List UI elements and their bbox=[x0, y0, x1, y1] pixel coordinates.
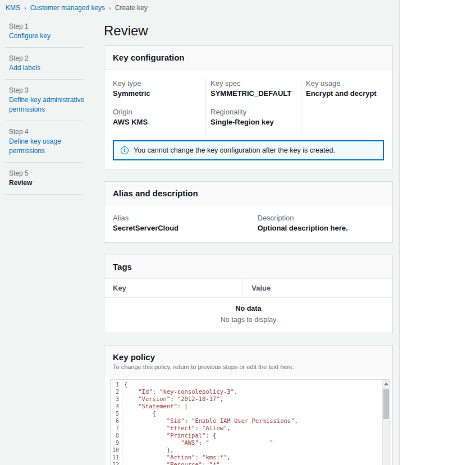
sidebar-item-step1: Step 1 Configure key bbox=[4, 22, 100, 41]
field-origin: Origin AWS KMS bbox=[113, 107, 200, 127]
tags-header: Tags bbox=[104, 255, 392, 279]
field-label: Key usage bbox=[306, 79, 387, 89]
field-description: Description Optional description here. bbox=[249, 213, 393, 234]
field-value: SecretServerCloud bbox=[113, 223, 243, 233]
info-alert: i You cannot change the key configuratio… bbox=[113, 140, 384, 160]
field-label: Description bbox=[258, 213, 387, 223]
key-policy-title: Key policy bbox=[113, 352, 384, 362]
tags-empty-state: No data No tags to display bbox=[104, 298, 392, 333]
breadcrumb-separator-icon: › bbox=[24, 4, 26, 11]
main-content: Review Key configuration Key type Symmet… bbox=[104, 15, 393, 465]
scrollbar-thumb[interactable] bbox=[383, 389, 389, 419]
field-key-usage: Key usage Encrypt and decrypt bbox=[306, 79, 387, 99]
kms-console-app: KMS › Customer managed keys › Create key… bbox=[0, 0, 400, 465]
key-configuration-title: Key configuration bbox=[113, 53, 384, 62]
field-label: Alias bbox=[113, 213, 243, 223]
code-line: 11 "Action": "kms:*", bbox=[111, 454, 382, 461]
code-line: 6 "Sid": "Enable IAM User Permissions", bbox=[111, 417, 382, 425]
key-policy-card: Key policy To change this policy, return… bbox=[104, 345, 393, 465]
breadcrumb-separator-icon: › bbox=[109, 4, 111, 11]
field-label: Key spec bbox=[210, 79, 295, 89]
tags-column-value: Value bbox=[242, 279, 392, 297]
alias-description-grid: Alias SecretServerCloud Description Opti… bbox=[104, 205, 392, 242]
key-configuration-grid: Key type Symmetric Origin AWS KMS Key sp… bbox=[104, 70, 392, 138]
alias-description-card: Alias and description Alias SecretServer… bbox=[104, 181, 393, 243]
tags-empty-message: No tags to display bbox=[110, 316, 387, 324]
tags-title: Tags bbox=[113, 262, 384, 271]
step-number: Step 5 bbox=[9, 169, 100, 178]
field-value: Optional description here. bbox=[258, 223, 387, 233]
key-policy-header: Key policy To change this policy, return… bbox=[104, 346, 392, 377]
breadcrumb: KMS › Customer managed keys › Create key bbox=[0, 0, 399, 15]
sidebar-divider bbox=[6, 162, 83, 163]
alias-description-header: Alias and description bbox=[104, 182, 392, 205]
field-alias: Alias SecretServerCloud bbox=[104, 213, 249, 234]
editor-scrollbar[interactable] bbox=[382, 380, 390, 465]
info-icon: i bbox=[121, 146, 129, 154]
sidebar-item-step3: Step 3 Define key administrative permiss… bbox=[4, 86, 100, 114]
policy-editor-lines: 1{2 "Id": "key-consolepolicy-3",3 "Versi… bbox=[111, 380, 382, 465]
field-regionality: Regionality Single-Region key bbox=[210, 107, 295, 127]
code-line: 9 "AWS": " " bbox=[111, 439, 382, 446]
field-value: Encrypt and decrypt bbox=[306, 89, 387, 99]
code-line: 8 "Principal": { bbox=[111, 432, 382, 439]
field-key-type: Key type Symmetric bbox=[113, 79, 200, 99]
key-configuration-column-2: Key spec SYMMETRIC_DEFAULT Regionality S… bbox=[205, 79, 301, 136]
sidebar-item-step5: Step 5 Review bbox=[4, 169, 100, 188]
tags-card: Tags Key Value No data No tags to displa… bbox=[104, 255, 393, 333]
sidebar-item-step2: Step 2 Add labels bbox=[4, 54, 100, 73]
key-configuration-column-3: Key usage Encrypt and decrypt bbox=[301, 79, 392, 136]
sidebar-divider bbox=[6, 79, 83, 80]
code-line: 3 "Version": "2012-10-17", bbox=[111, 395, 382, 403]
step-number: Step 2 bbox=[9, 54, 100, 63]
breadcrumb-current: Create key bbox=[115, 4, 148, 12]
breadcrumb-link-kms[interactable]: KMS bbox=[6, 4, 20, 12]
tags-table-header: Key Value bbox=[104, 279, 392, 298]
step-number: Step 3 bbox=[9, 86, 100, 95]
policy-code-editor[interactable]: 1{2 "Id": "key-consolepolicy-3",3 "Versi… bbox=[111, 380, 390, 465]
wizard-steps-sidebar: Step 1 Configure key Step 2 Add labels S… bbox=[4, 15, 100, 201]
field-value: SYMMETRIC_DEFAULT bbox=[210, 89, 295, 99]
code-line: 1{ bbox=[111, 381, 382, 388]
code-line: 4 "Statement": [ bbox=[111, 403, 382, 410]
sidebar-divider bbox=[6, 121, 83, 121]
sidebar-link-configure-key[interactable]: Configure key bbox=[9, 31, 88, 41]
code-line: 12 "Resource": "*" bbox=[111, 461, 382, 465]
step-number: Step 4 bbox=[9, 127, 100, 137]
tags-empty-title: No data bbox=[110, 305, 387, 312]
page-title: Review bbox=[104, 23, 393, 39]
field-value: Symmetric bbox=[113, 89, 200, 99]
code-line: 10 }, bbox=[111, 446, 382, 454]
code-line: 5 { bbox=[111, 410, 382, 417]
sidebar-divider bbox=[6, 194, 83, 195]
sidebar-current-step-review[interactable]: Review bbox=[9, 178, 100, 188]
field-label: Key type bbox=[113, 79, 200, 89]
field-label: Regionality bbox=[210, 107, 295, 117]
info-alert-text: You cannot change the key configuration … bbox=[134, 146, 335, 154]
field-label: Origin bbox=[113, 107, 200, 117]
alias-description-title: Alias and description bbox=[113, 188, 384, 198]
sidebar-link-define-key-administrative-permissions[interactable]: Define key administrative permissions bbox=[9, 95, 88, 114]
code-line: 2 "Id": "key-consolepolicy-3", bbox=[111, 388, 382, 395]
policy-editor-wrap: 1{2 "Id": "key-consolepolicy-3",3 "Versi… bbox=[110, 379, 390, 465]
scrollbar-up-arrow-icon[interactable] bbox=[384, 383, 388, 385]
tags-column-key: Key bbox=[104, 279, 242, 297]
key-configuration-header: Key configuration bbox=[104, 46, 392, 70]
field-key-spec: Key spec SYMMETRIC_DEFAULT bbox=[210, 79, 295, 99]
key-configuration-card: Key configuration Key type Symmetric Ori… bbox=[104, 45, 393, 169]
sidebar-divider bbox=[6, 47, 83, 48]
sidebar-link-define-key-usage-permissions[interactable]: Define key usage permissions bbox=[9, 137, 88, 156]
key-configuration-column-1: Key type Symmetric Origin AWS KMS bbox=[104, 79, 205, 136]
breadcrumb-link-customer-managed-keys[interactable]: Customer managed keys bbox=[30, 4, 105, 12]
step-number: Step 1 bbox=[9, 22, 100, 31]
key-policy-subtitle: To change this policy, return to previou… bbox=[113, 363, 384, 370]
sidebar-item-step4: Step 4 Define key usage permissions bbox=[4, 127, 100, 156]
sidebar-link-add-labels[interactable]: Add labels bbox=[9, 63, 88, 73]
field-value: AWS KMS bbox=[113, 117, 200, 127]
code-line: 7 "Effect": "Allow", bbox=[111, 425, 382, 432]
field-value: Single-Region key bbox=[210, 117, 295, 127]
